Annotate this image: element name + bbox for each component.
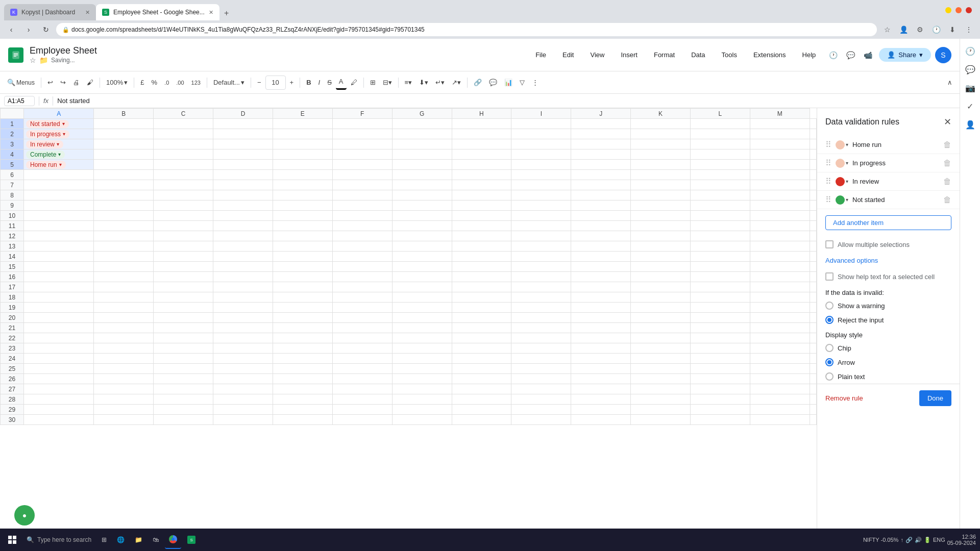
cell-11-10[interactable] (571, 221, 631, 231)
cell-27-7[interactable] (392, 384, 452, 394)
show-warning-radio[interactable] (825, 302, 834, 310)
search-bar-task[interactable]: 🔍 Type here to search (22, 531, 95, 549)
cell-24-7[interactable] (392, 354, 452, 364)
rule-delete-inprogress[interactable]: 🗑 (943, 159, 951, 168)
cell-1-2[interactable] (94, 119, 154, 129)
cell-28-2[interactable] (94, 394, 154, 405)
cell-3-3[interactable] (154, 139, 213, 149)
percent-btn[interactable]: % (149, 76, 161, 90)
cell-a22[interactable] (24, 333, 94, 343)
align-btn[interactable]: ≡▾ (402, 76, 415, 90)
cell-30-11[interactable] (631, 415, 691, 425)
cell-11-8[interactable] (452, 221, 511, 231)
cell-8-10[interactable] (571, 190, 631, 201)
cell-30-3[interactable] (154, 415, 213, 425)
cell-14-12[interactable] (690, 252, 750, 262)
cell-12-13[interactable] (750, 231, 810, 241)
new-tab-button[interactable]: + (219, 6, 234, 20)
tab-kopyst[interactable]: K Kopyst | Dashboard ✕ (4, 4, 96, 20)
cell-29-5[interactable] (273, 405, 332, 415)
cell-a10[interactable] (24, 211, 94, 221)
back-button[interactable]: ‹ (4, 22, 18, 37)
cell-15-12[interactable] (690, 262, 750, 272)
cell-1-5[interactable] (273, 119, 332, 129)
cell-4-3[interactable] (154, 149, 213, 160)
cell-15-11[interactable] (631, 262, 691, 272)
cell-9-11[interactable] (631, 201, 691, 211)
cell-5-5[interactable] (273, 160, 332, 170)
chrome-icon[interactable] (165, 531, 181, 549)
cell-29-9[interactable] (511, 405, 571, 415)
cell-16-14[interactable] (810, 272, 816, 282)
browser-menu-icon[interactable]: ⋮ (962, 22, 976, 37)
cell-17-12[interactable] (690, 282, 750, 292)
cell-14-13[interactable] (750, 252, 810, 262)
menu-edit[interactable]: Edit (558, 49, 578, 61)
cell-19-14[interactable] (810, 303, 816, 313)
cell-20-5[interactable] (273, 313, 332, 323)
cell-25-4[interactable] (213, 364, 273, 374)
cell-28-4[interactable] (213, 394, 273, 405)
cell-11-7[interactable] (392, 221, 452, 231)
sidebar-meet-icon[interactable]: 📷 (962, 80, 978, 96)
cell-8-11[interactable] (631, 190, 691, 201)
cell-8-9[interactable] (511, 190, 571, 201)
cell-27-11[interactable] (631, 384, 691, 394)
cell-22-8[interactable] (452, 333, 511, 343)
cell-8-7[interactable] (392, 190, 452, 201)
cell-18-8[interactable] (452, 292, 511, 303)
drag-handle-notstarted[interactable]: ⠿ (825, 195, 831, 205)
cell-24-3[interactable] (154, 354, 213, 364)
cell-29-4[interactable] (213, 405, 273, 415)
reload-button[interactable]: ↻ (39, 22, 53, 37)
sheets-taskbar-icon[interactable]: S (183, 531, 200, 549)
cell-20-8[interactable] (452, 313, 511, 323)
cell-16-2[interactable] (94, 272, 154, 282)
cell-27-3[interactable] (154, 384, 213, 394)
format-123-btn[interactable]: 123 (188, 76, 204, 90)
cell-a17[interactable] (24, 282, 94, 292)
cell-21-12[interactable] (690, 323, 750, 333)
font-size-decrease-btn[interactable]: − (254, 76, 264, 90)
cell-28-7[interactable] (392, 394, 452, 405)
cell-12-5[interactable] (273, 231, 332, 241)
cell-22-14[interactable] (810, 333, 816, 343)
sheets-tab-close[interactable]: ✕ (209, 9, 213, 16)
cell-12-10[interactable] (571, 231, 631, 241)
cell-7-12[interactable] (690, 180, 750, 190)
cell-14-10[interactable] (571, 252, 631, 262)
cell-13-8[interactable] (452, 241, 511, 252)
cell-30-13[interactable] (750, 415, 810, 425)
cell-8-14[interactable] (810, 190, 816, 201)
cell-6-7[interactable] (392, 170, 452, 180)
cell-18-3[interactable] (154, 292, 213, 303)
cell-9-13[interactable] (750, 201, 810, 211)
cell-9-2[interactable] (94, 201, 154, 211)
menu-help[interactable]: Help (798, 49, 820, 61)
cell-20-6[interactable] (332, 313, 392, 323)
cell-a20[interactable] (24, 313, 94, 323)
cell-12-4[interactable] (213, 231, 273, 241)
cell-14-6[interactable] (332, 252, 392, 262)
sidebar-comments-icon[interactable]: 💬 (962, 61, 978, 78)
close-btn[interactable] (966, 7, 972, 13)
cell-2-2[interactable] (94, 129, 154, 139)
network-icon[interactable]: 🔗 (905, 537, 913, 543)
cell-15-5[interactable] (273, 262, 332, 272)
cell-5-6[interactable] (332, 160, 392, 170)
cell-29-2[interactable] (94, 405, 154, 415)
cell-14-8[interactable] (452, 252, 511, 262)
sidebar-history-icon[interactable]: 🕐 (962, 43, 978, 59)
cell-14-11[interactable] (631, 252, 691, 262)
cell-22-4[interactable] (213, 333, 273, 343)
store-icon[interactable]: 🛍 (149, 531, 163, 549)
menu-file[interactable]: File (531, 49, 550, 61)
cell-21-2[interactable] (94, 323, 154, 333)
cell-11-9[interactable] (511, 221, 571, 231)
menus-btn[interactable]: 🔍 Menus (4, 76, 38, 90)
cell-24-12[interactable] (690, 354, 750, 364)
cell-3-13[interactable] (750, 139, 810, 149)
cell-a1[interactable]: Not started▾ (24, 119, 94, 129)
cell-13-3[interactable] (154, 241, 213, 252)
cell-12-8[interactable] (452, 231, 511, 241)
